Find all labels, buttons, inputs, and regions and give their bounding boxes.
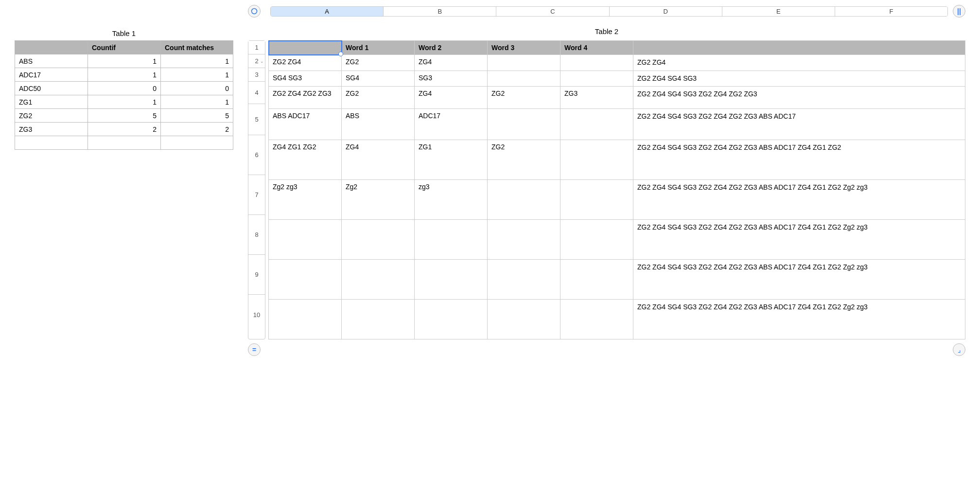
table2-cell[interactable]: ZG2 ZG4 SG4 SG3 ZG2 ZG4 ZG2 ZG3 (633, 87, 965, 109)
table2-cell[interactable] (560, 140, 633, 180)
table2-cell[interactable]: ZG2 (488, 87, 560, 109)
table2-cell[interactable]: ZG2 (342, 55, 415, 71)
table-menu-circle-icon[interactable] (248, 5, 261, 18)
table1-cell[interactable]: 0 (161, 82, 233, 95)
table2-cell[interactable] (488, 180, 560, 220)
table2-cell[interactable] (269, 300, 342, 339)
table1-header-1[interactable]: Countif (88, 41, 161, 54)
table1-cell[interactable]: ZG1 (15, 95, 88, 109)
table2-cell[interactable] (488, 71, 560, 87)
table1-cell[interactable]: 2 (88, 123, 161, 136)
row-number-3[interactable]: 3 (248, 68, 265, 82)
table1-cell[interactable]: 1 (161, 68, 233, 82)
row-number-4[interactable]: 4 (248, 82, 265, 104)
table2-cell[interactable]: ZG4 ZG1 ZG2 (269, 140, 342, 180)
table2-header-3[interactable]: Word 3 (488, 41, 560, 55)
table1-cell[interactable]: 1 (161, 54, 233, 68)
table2-cell[interactable] (488, 55, 560, 71)
add-row-icon[interactable]: = (248, 343, 261, 356)
table2-cell[interactable]: SG4 SG3 (269, 71, 342, 87)
table2-cell[interactable]: Zg2 (342, 180, 415, 220)
table2-cell[interactable] (488, 109, 560, 140)
table1-cell[interactable]: 5 (161, 109, 233, 123)
table2-cell[interactable] (560, 220, 633, 260)
table2-cell[interactable]: ZG4 (415, 87, 488, 109)
table2-cell[interactable] (342, 260, 415, 300)
table2-cell[interactable]: ZG2 ZG4 SG4 SG3 ZG2 ZG4 ZG2 ZG3 ABS ADC1… (633, 109, 965, 140)
table2-cell[interactable] (560, 71, 633, 87)
table2-cell[interactable]: Zg2 zg3 (269, 180, 342, 220)
table1[interactable]: Countif Count matches ABS11ADC1711ADC500… (15, 40, 233, 150)
column-header-D[interactable]: D (610, 7, 722, 16)
table2-cell[interactable] (415, 220, 488, 260)
table2-cell[interactable]: ZG2 ZG4 SG4 SG3 ZG2 ZG4 ZG2 ZG3 ABS ADC1… (633, 140, 965, 180)
table2-cell[interactable] (488, 260, 560, 300)
column-header-F[interactable]: F (835, 7, 947, 16)
row-number-9[interactable]: 9 (248, 255, 265, 295)
column-header-B[interactable]: B (384, 7, 496, 16)
table1-cell[interactable]: 1 (88, 68, 161, 82)
table2-cell[interactable]: ZG2 ZG4 SG4 SG3 (633, 71, 965, 87)
chevron-down-icon[interactable]: ⌄ (260, 59, 264, 64)
table2-cell[interactable] (560, 180, 633, 220)
table2-cell[interactable]: ZG4 (342, 140, 415, 180)
table2-cell[interactable] (560, 109, 633, 140)
row-number-10[interactable]: 10 (248, 295, 265, 335)
row-number-5[interactable]: 5 (248, 104, 265, 135)
table2-header-5[interactable] (633, 41, 965, 55)
row-number-8[interactable]: 8 (248, 215, 265, 255)
column-header-E[interactable]: E (722, 7, 835, 16)
table1-cell[interactable]: 5 (88, 109, 161, 123)
table2-cell[interactable]: zg3 (415, 180, 488, 220)
table2-cell[interactable] (415, 300, 488, 339)
table1-cell[interactable]: ABS (15, 54, 88, 68)
table1-cell[interactable]: 0 (88, 82, 161, 95)
table2-cell[interactable] (560, 55, 633, 71)
add-column-icon[interactable]: || (953, 5, 965, 18)
table2-cell[interactable]: ZG2 ZG4 SG4 SG3 ZG2 ZG4 ZG2 ZG3 ABS ADC1… (633, 220, 965, 260)
table2-cell[interactable]: SG3 (415, 71, 488, 87)
table2-cell[interactable] (342, 300, 415, 339)
table2-cell[interactable]: ZG2 ZG4 SG4 SG3 ZG2 ZG4 ZG2 ZG3 ABS ADC1… (633, 300, 965, 339)
table1-cell[interactable] (15, 136, 88, 150)
table1-cell[interactable]: ZG3 (15, 123, 88, 136)
table2-cell[interactable] (560, 260, 633, 300)
table2-header-0[interactable] (269, 41, 342, 55)
table2-cell[interactable]: ZG2 (488, 140, 560, 180)
table1-cell[interactable]: 2 (161, 123, 233, 136)
table1-cell[interactable]: ADC50 (15, 82, 88, 95)
table2-cell[interactable]: ZG1 (415, 140, 488, 180)
table1-cell[interactable]: 1 (88, 95, 161, 109)
table2-cell[interactable] (488, 300, 560, 339)
row-number-7[interactable]: 7 (248, 175, 265, 215)
table2-cell[interactable] (269, 220, 342, 260)
table2-cell[interactable]: ABS ADC17 (269, 109, 342, 140)
column-header-A[interactable]: A (271, 7, 384, 16)
row-number-6[interactable]: 6 (248, 135, 265, 175)
table2-cell[interactable]: ZG2 ZG4 ZG2 ZG3 (269, 87, 342, 109)
table2-cell[interactable]: ABS (342, 109, 415, 140)
table2-cell[interactable]: ZG2 ZG4 SG4 SG3 ZG2 ZG4 ZG2 ZG3 ABS ADC1… (633, 260, 965, 300)
table1-cell[interactable]: ADC17 (15, 68, 88, 82)
table2-cell[interactable]: ADC17 (415, 109, 488, 140)
table2-cell[interactable] (560, 300, 633, 339)
table1-cell[interactable]: 1 (161, 95, 233, 109)
table1-cell[interactable] (88, 136, 161, 150)
table2-cell[interactable]: ZG3 (560, 87, 633, 109)
table2-header-2[interactable]: Word 2 (415, 41, 488, 55)
table1-cell[interactable]: ZG2 (15, 109, 88, 123)
table2-header-1[interactable]: Word 1 (342, 41, 415, 55)
column-header-C[interactable]: C (496, 7, 609, 16)
row-number-2[interactable]: 2⌄ (248, 54, 265, 68)
table2-cell[interactable] (415, 260, 488, 300)
table2-cell[interactable]: SG4 (342, 71, 415, 87)
table2[interactable]: Word 1Word 2Word 3Word 4 ZG2 ZG4ZG2ZG4ZG… (268, 40, 965, 339)
resize-handle-icon[interactable]: ⌟ (953, 343, 965, 356)
row-number-1[interactable]: 1 (248, 41, 265, 54)
table2-cell[interactable]: ZG2 (342, 87, 415, 109)
table2-cell[interactable] (269, 260, 342, 300)
table2-cell[interactable]: ZG2 ZG4 (633, 55, 965, 71)
table2-cell[interactable]: ZG4 (415, 55, 488, 71)
table2-cell[interactable] (342, 220, 415, 260)
table1-cell[interactable]: 1 (88, 54, 161, 68)
